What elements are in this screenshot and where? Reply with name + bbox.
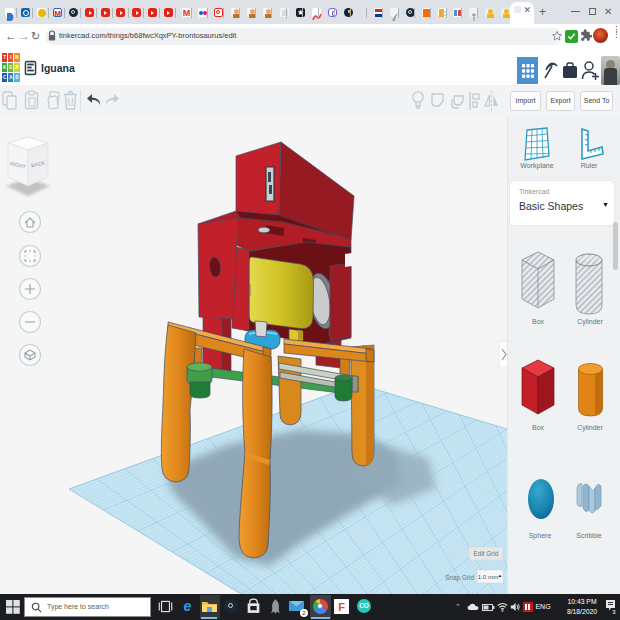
svg-text:Edit Grid: Edit Grid [474, 550, 499, 557]
svg-text:Snap Grid: Snap Grid [445, 574, 474, 582]
svg-text:1.0 mm: 1.0 mm [478, 573, 499, 580]
